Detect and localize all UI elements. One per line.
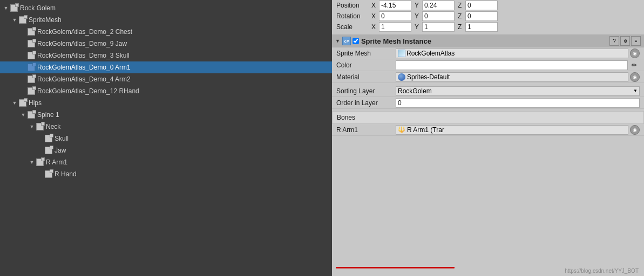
tree-label: SpriteMesh [29,16,62,24]
position-z-input[interactable] [465,1,498,10]
tree-item-arm2[interactable]: RockGolemAtlas_Demo_4 Arm2 [0,73,332,85]
rotation-y-input[interactable] [422,11,455,21]
order-in-layer-label: Order in Layer [336,99,396,107]
help-button[interactable]: ? [609,36,619,46]
cs-label: c# [344,39,349,44]
position-x-input[interactable] [379,1,411,10]
rotation-fields: X Y Z [371,11,640,21]
tree-arrow [28,158,36,166]
tree-item-arm1-selected[interactable]: RockGolemAtlas_Demo_0 Arm1 [0,61,332,73]
material-field[interactable]: Sprites-Default [396,72,628,82]
tree-arrow [28,123,36,130]
sorting-layer-value: RockGolem ▼ [396,86,640,96]
tree-label: R Hand [55,170,77,178]
tree-item-skull[interactable]: Skull [0,133,332,144]
component-menu-button[interactable]: ≡ [631,36,641,46]
tree-item-rhand[interactable]: RockGolemAtlas_Demo_12 RHand [0,85,332,97]
component-enabled-checkbox[interactable] [352,38,359,44]
hierarchy-panel: Rock Golem SpriteMesh RockGolemAtlas_Dem… [0,0,332,276]
cube-icon [27,75,36,84]
position-label: Position [336,2,371,9]
scale-label: Scale [336,23,371,31]
tree-item-rock-golem[interactable]: Rock Golem [0,2,332,14]
scale-y-input[interactable] [422,22,455,32]
cube-icon [44,170,53,178]
tree-item-jaw[interactable]: RockGolemAtlas_Demo_9 Jaw [0,38,332,50]
tree-label: RockGolemAtlas_Demo_12 RHand [37,87,139,95]
position-fields: X Y Z [371,1,640,10]
position-z-label: Z [458,2,464,9]
tree-label: RockGolemAtlas_Demo_9 Jaw [37,40,127,47]
color-picker-icon[interactable]: ✏ [629,60,640,71]
sorting-layer-select[interactable]: RockGolem ▼ [396,86,640,96]
material-picker-button[interactable]: ◉ [630,72,640,82]
tree-container: Rock Golem SpriteMesh RockGolemAtlas_Dem… [0,0,332,182]
sprite-ref-icon [398,50,405,57]
tree-label: Neck [46,123,60,130]
rotation-x-label: X [371,12,378,20]
sorting-layer-arrow-icon: ▼ [633,88,638,93]
bone-value: 🔱 R Arm1 (Trar ◉ [396,125,640,135]
bone-field[interactable]: 🔱 R Arm1 (Trar [396,125,628,135]
material-value: Sprites-Default ◉ [396,72,640,82]
position-row: Position X Y Z [332,0,644,11]
cube-icon [27,39,36,48]
material-label: Material [336,73,396,81]
order-in-layer-input[interactable] [396,98,640,108]
color-value: ✏ [396,60,640,71]
inspector-panel: Position X Y Z Rotation X Y Z Scale X Y [332,0,644,276]
cube-icon [36,122,44,131]
cube-icon [10,4,18,12]
rotation-label: Rotation [336,12,371,20]
rotation-x-input[interactable] [379,11,411,21]
cube-icon [27,87,36,95]
component-settings-icon[interactable]: ⚙ [620,36,630,46]
tree-item-r-hand[interactable]: R Hand [0,168,332,180]
tree-arrow [11,99,18,107]
tree-arrow [19,111,27,119]
order-in-layer-value [396,98,640,108]
bone-value-text: R Arm1 (Trar [407,126,444,134]
sprite-mesh-picker-button[interactable]: ◉ [630,49,640,58]
rotation-row: Rotation X Y Z [332,11,644,22]
tree-label-selected: RockGolemAtlas_Demo_0 Arm1 [37,64,131,71]
scale-z-label: Z [458,23,464,31]
tree-item-hips[interactable]: Hips [0,97,332,109]
bone-transform-icon: 🔱 [398,126,405,134]
scale-row: Scale X Y Z [332,22,644,32]
cube-icon [18,99,27,107]
color-box[interactable] [396,60,628,70]
tree-item-skull-atlas[interactable]: RockGolemAtlas_Demo_3 Skull [0,50,332,61]
scale-x-input[interactable] [379,22,411,32]
watermark: https://blog.csdn.net/YYJ_BOT [565,268,639,274]
tree-item-chest[interactable]: RockGolemAtlas_Demo_2 Chest [0,26,332,38]
tree-label: RockGolemAtlas_Demo_4 Arm2 [37,75,131,83]
tree-item-r-arm1[interactable]: R Arm1 [0,156,332,168]
scale-z-input[interactable] [465,22,498,32]
tree-item-jaw-child[interactable]: Jaw [0,144,332,156]
material-icon [398,73,405,81]
color-row: Color ✏ [332,59,644,71]
position-y-input[interactable] [422,1,455,10]
tree-label: RockGolemAtlas_Demo_3 Skull [37,52,130,59]
tree-item-neck[interactable]: Neck [0,121,332,133]
tree-arrow [11,16,18,24]
tree-label: Rock Golem [20,4,56,12]
rotation-z-input[interactable] [465,11,498,21]
cube-icon [27,27,36,36]
bone-picker-button[interactable]: ◉ [630,125,640,135]
position-y-label: Y [415,2,421,9]
cube-icon [27,51,36,60]
component-arrow-icon: ▼ [335,38,340,44]
sorting-layer-row: Sorting Layer RockGolem ▼ [332,85,644,97]
tree-label: Jaw [55,147,66,154]
sorting-layer-label: Sorting Layer [336,87,396,95]
tree-item-spine1[interactable]: Spine 1 [0,109,332,121]
tree-item-spritemesh[interactable]: SpriteMesh [0,14,332,26]
cs-icon: c# [342,37,351,45]
sprite-mesh-text: RockGolemAtlas [406,50,455,57]
tree-arrow [2,4,10,12]
rotation-z-label: Z [458,12,464,20]
cube-icon [44,146,53,155]
sprite-mesh-field[interactable]: RockGolemAtlas [396,49,628,58]
